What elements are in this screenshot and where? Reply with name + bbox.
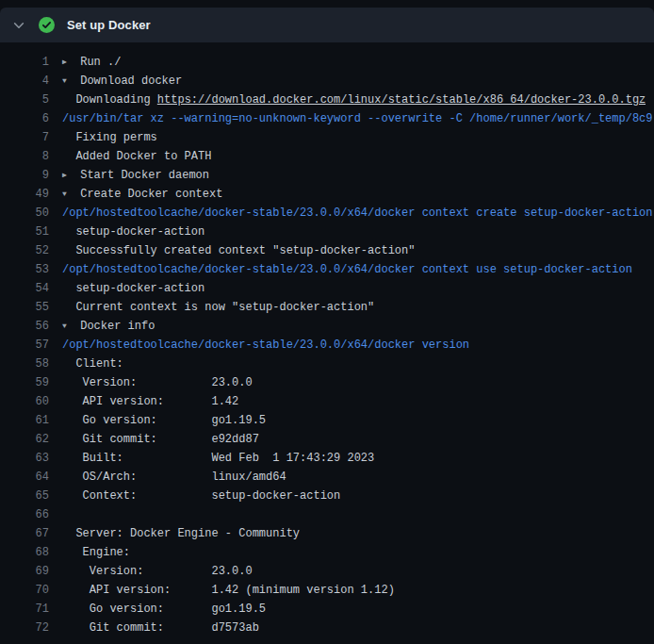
line-number[interactable]: 65 [0, 487, 49, 505]
chevron-down-icon[interactable] [11, 18, 26, 33]
group-title: Create Docker context [74, 188, 222, 201]
log-line: 7 Fixing perms [0, 128, 654, 147]
line-content: /usr/bin/tar xz --warning=no-unknown-key… [49, 109, 653, 128]
line-content: Successfully created context "setup-dock… [49, 241, 415, 260]
group-title: Run ./ [74, 56, 121, 69]
line-number[interactable]: 57 [0, 336, 49, 355]
line-content: Go version: go1.19.5 [49, 411, 266, 430]
line-number[interactable]: 52 [0, 241, 49, 260]
line-number[interactable]: 64 [0, 468, 49, 487]
log-line: 64 OS/Arch: linux/amd64 [0, 468, 654, 487]
log-line[interactable]: 49▼ Create Docker context [0, 185, 654, 204]
line-content: ▶ Start Docker daemon [49, 166, 209, 185]
log-line: 67 Server: Docker Engine - Community [0, 524, 654, 543]
group-toggle-expanded-icon[interactable]: ▼ [62, 317, 74, 336]
line-number[interactable]: 68 [0, 543, 49, 562]
group-title: Docker info [74, 320, 155, 333]
log-line[interactable]: 1▶ Run ./ [0, 53, 654, 72]
line-number[interactable]: 50 [0, 204, 49, 223]
line-number[interactable]: 49 [0, 185, 49, 204]
log-line[interactable]: 56▼ Docker info [0, 317, 654, 336]
log-line: 51 setup-docker-action [0, 223, 654, 241]
log-line: 52 Successfully created context "setup-d… [0, 241, 654, 260]
line-content: Git commit: e92dd87 [49, 430, 259, 449]
log-line: 70 API version: 1.42 (minimum version 1.… [0, 581, 654, 600]
line-number[interactable]: 51 [0, 223, 49, 241]
line-content: ▼ Docker info [49, 317, 155, 336]
line-number[interactable]: 7 [0, 128, 49, 147]
line-content: Engine: [49, 543, 130, 562]
line-number[interactable]: 59 [0, 373, 49, 392]
line-number[interactable]: 9 [0, 166, 49, 185]
log-line: 68 Engine: [0, 543, 654, 562]
log-url-link[interactable]: https://download.docker.com/linux/static… [157, 93, 646, 107]
success-check-icon [39, 17, 55, 33]
line-number[interactable]: 70 [0, 581, 49, 600]
line-number[interactable]: 58 [0, 355, 49, 373]
line-content: Version: 23.0.0 [49, 562, 253, 581]
line-content: /opt/hostedtoolcache/docker-stable/23.0.… [49, 204, 653, 223]
log-line: 50/opt/hostedtoolcache/docker-stable/23.… [0, 204, 654, 223]
line-number[interactable]: 8 [0, 147, 49, 166]
log-line: 8 Added Docker to PATH [0, 147, 654, 166]
log-line: 63 Built: Wed Feb 1 17:43:29 2023 [0, 449, 654, 468]
line-content: API version: 1.42 [49, 392, 238, 411]
line-content: Context: setup-docker-action [49, 487, 340, 505]
line-content: Client: [49, 355, 123, 373]
line-number[interactable]: 6 [0, 109, 49, 128]
log-line: 59 Version: 23.0.0 [0, 373, 654, 392]
line-number[interactable]: 1 [0, 53, 49, 72]
line-number[interactable]: 5 [0, 91, 49, 109]
line-number[interactable]: 72 [0, 619, 49, 637]
line-content: Downloading https://download.docker.com/… [49, 91, 646, 109]
log-line: 57/opt/hostedtoolcache/docker-stable/23.… [0, 336, 654, 355]
log-line[interactable]: 9▶ Start Docker daemon [0, 166, 654, 185]
line-number[interactable]: 67 [0, 524, 49, 543]
line-content: /opt/hostedtoolcache/docker-stable/23.0.… [49, 336, 469, 355]
line-number[interactable]: 63 [0, 449, 49, 468]
log-line: 66 [0, 505, 654, 524]
line-number[interactable]: 69 [0, 562, 49, 581]
log-line: 55 Current context is now "setup-docker-… [0, 298, 654, 317]
log-line: 5 Downloading https://download.docker.co… [0, 91, 654, 109]
log-line: 65 Context: setup-docker-action [0, 487, 654, 505]
line-content: ▼ Create Docker context [49, 185, 222, 204]
line-content: Current context is now "setup-docker-act… [49, 298, 374, 317]
log-lines: 1▶ Run ./4▼ Download docker5 Downloading… [0, 53, 654, 637]
log-line: 71 Go version: go1.19.5 [0, 600, 654, 619]
line-number[interactable]: 62 [0, 430, 49, 449]
line-content: Server: Docker Engine - Community [49, 524, 300, 543]
line-number[interactable]: 66 [0, 505, 49, 524]
line-content: setup-docker-action [49, 279, 204, 298]
group-toggle-expanded-icon[interactable]: ▼ [62, 185, 74, 204]
line-content: Go version: go1.19.5 [49, 600, 266, 619]
line-number[interactable]: 4 [0, 72, 49, 91]
line-content [49, 505, 62, 524]
log-line[interactable]: 4▼ Download docker [0, 72, 654, 91]
line-content: Git commit: d7573ab [49, 619, 259, 637]
line-number[interactable]: 54 [0, 279, 49, 298]
group-toggle-collapsed-icon[interactable]: ▶ [62, 53, 74, 72]
log-line: 69 Version: 23.0.0 [0, 562, 654, 581]
line-number[interactable]: 56 [0, 317, 49, 336]
log-area: 1▶ Run ./4▼ Download docker5 Downloading… [0, 42, 654, 637]
line-number[interactable]: 71 [0, 600, 49, 619]
group-title: Download docker [74, 74, 182, 88]
group-title: Start Docker daemon [74, 169, 209, 182]
line-content: ▼ Download docker [49, 72, 182, 91]
step-header[interactable]: Set up Docker [0, 8, 654, 42]
log-text: Downloading [62, 93, 157, 107]
line-number[interactable]: 61 [0, 411, 49, 430]
line-content: /opt/hostedtoolcache/docker-stable/23.0.… [49, 260, 632, 279]
group-toggle-expanded-icon[interactable]: ▼ [62, 72, 74, 91]
log-line: 53/opt/hostedtoolcache/docker-stable/23.… [0, 260, 654, 279]
line-content: Built: Wed Feb 1 17:43:29 2023 [49, 449, 374, 468]
line-number[interactable]: 53 [0, 260, 49, 279]
line-number[interactable]: 60 [0, 392, 49, 411]
line-content: ▶ Run ./ [49, 53, 121, 72]
line-content: OS/Arch: linux/amd64 [49, 468, 286, 487]
group-toggle-collapsed-icon[interactable]: ▶ [62, 166, 74, 185]
log-line: 58 Client: [0, 355, 654, 373]
line-number[interactable]: 55 [0, 298, 49, 317]
log-line: 60 API version: 1.42 [0, 392, 654, 411]
